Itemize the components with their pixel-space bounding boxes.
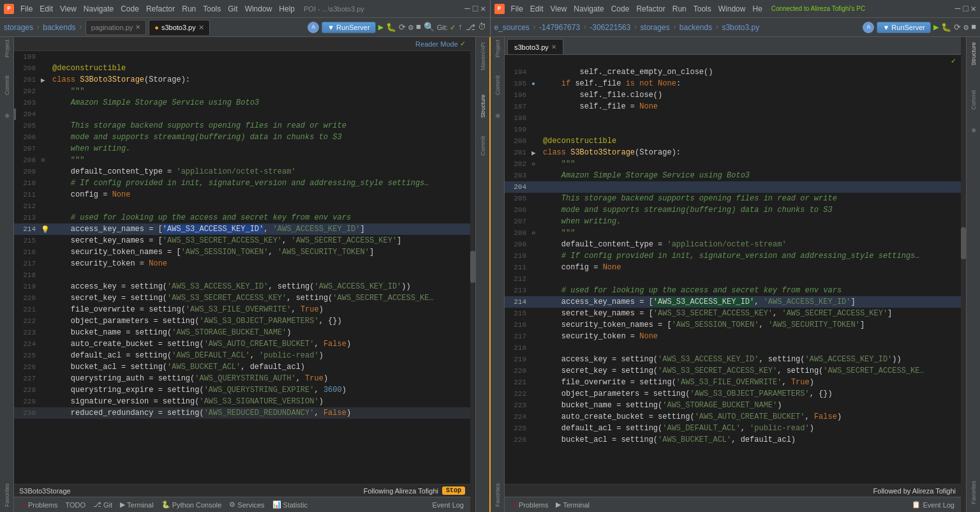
- debug-icon-left[interactable]: 🐛: [386, 22, 396, 33]
- breadcrumb-esources[interactable]: e_sources: [494, 23, 530, 32]
- code-line-229: 229 signature_version = setting('AWS_S3_…: [14, 396, 470, 407]
- tab-pagination[interactable]: pagination.py ✕: [85, 20, 146, 35]
- menu-edit-left[interactable]: Edit: [36, 3, 56, 15]
- right-line-208: 208 ○ """: [505, 227, 961, 239]
- status-todo-left[interactable]: TODO: [61, 501, 89, 509]
- right-line-199: 199: [505, 124, 961, 135]
- commit-icon[interactable]: Commit: [4, 75, 10, 95]
- right-status-indicator: ✓: [505, 55, 961, 66]
- s3boto3-right-tab-close[interactable]: ✕: [551, 43, 556, 50]
- stop-icon-right[interactable]: ■: [971, 22, 976, 32]
- menu-code-left[interactable]: Code: [117, 3, 142, 15]
- status-python-console[interactable]: 🐍 Python Console: [158, 501, 226, 509]
- close-btn-right[interactable]: ✕: [971, 3, 976, 14]
- maven-api-panel[interactable]: Maven/API: [479, 40, 487, 73]
- status-event-log-left[interactable]: Event Log: [428, 501, 468, 509]
- code-line-199: 199: [14, 51, 470, 63]
- menu-view-left[interactable]: View: [57, 3, 80, 15]
- menu-file-right[interactable]: File: [508, 3, 526, 15]
- menu-file-left[interactable]: File: [17, 3, 36, 15]
- menu-run-left[interactable]: Run: [179, 3, 199, 15]
- favorites-icon-left[interactable]: Favorites: [4, 483, 10, 507]
- stop-icon-left[interactable]: ■: [416, 22, 421, 32]
- status-terminal-left[interactable]: ▶ Terminal: [116, 501, 158, 509]
- project-icon-right[interactable]: Project: [494, 40, 501, 57]
- status-problems-right[interactable]: ⚠ Problems: [507, 501, 552, 509]
- menu-window-left[interactable]: Window: [242, 3, 276, 15]
- menu-code-right[interactable]: Code: [608, 3, 633, 15]
- breadcrumb-storages-right[interactable]: storages: [641, 23, 670, 32]
- stop-follow-btn[interactable]: Stop: [442, 486, 465, 495]
- favorites-icon-right[interactable]: Favorites: [494, 483, 501, 507]
- code-line-207: 207 when writing.: [14, 143, 470, 154]
- status-statistic-left[interactable]: 📊 Statistic: [269, 501, 312, 509]
- reader-mode-btn[interactable]: Reader Mode: [415, 40, 458, 48]
- commit-panel-right[interactable]: Commit: [969, 87, 978, 112]
- favorites-right[interactable]: Favorites: [969, 478, 978, 507]
- menu-help-left[interactable]: Help: [276, 3, 298, 15]
- tab-s3boto3-left[interactable]: ● s3boto3.py ✕: [149, 20, 209, 35]
- menu-refactor-left[interactable]: Refactor: [143, 3, 178, 15]
- breadcrumb-num1[interactable]: -147967673: [539, 23, 580, 32]
- breadcrumb-sep6: ›: [672, 23, 677, 32]
- pagination-tab-close[interactable]: ✕: [135, 24, 140, 31]
- menu-refactor-right[interactable]: Refactor: [633, 3, 668, 15]
- right-line-214: 214 access_key_names = ['AWS_S3_ACCESS_K…: [505, 296, 961, 308]
- search-icon-left[interactable]: 🔍: [424, 22, 434, 33]
- right-line-218: 218: [505, 342, 961, 354]
- run-server-btn-right[interactable]: ▼ RunServer: [877, 22, 931, 33]
- right-code-area[interactable]: 194 self._create_empty_on_close() 195 ● …: [505, 66, 961, 484]
- status-terminal-right[interactable]: ▶ Terminal: [552, 501, 593, 509]
- breadcrumb-file-right[interactable]: s3boto3.py: [722, 23, 759, 32]
- s3boto3-tab-icon: ●: [154, 24, 159, 31]
- menu-edit-right[interactable]: Edit: [527, 3, 547, 15]
- vcs-icon-right[interactable]: ⊕: [494, 113, 501, 118]
- vcs-icon[interactable]: ⊕: [4, 113, 10, 118]
- right-line-223: 223 bucket_name = setting('AWS_STORAGE_B…: [505, 400, 961, 411]
- close-btn-left[interactable]: ✕: [480, 3, 486, 14]
- max-btn-right[interactable]: □: [963, 4, 968, 14]
- minimap-right: [961, 37, 966, 512]
- status-event-log-right[interactable]: 📋 Event Log: [908, 501, 958, 509]
- menu-run-right[interactable]: Run: [669, 3, 690, 15]
- git-check[interactable]: ✓: [450, 22, 456, 33]
- reload-icon-right[interactable]: ⟳: [954, 22, 961, 33]
- breadcrumb-backends[interactable]: backends: [43, 23, 75, 32]
- menu-tools-right[interactable]: Tools: [690, 3, 715, 15]
- menu-tools-left[interactable]: Tools: [200, 3, 224, 15]
- menu-navigate-right[interactable]: Navigate: [570, 3, 607, 15]
- more-icon-left[interactable]: ⚙: [408, 22, 413, 33]
- git-up[interactable]: ↑: [458, 22, 463, 32]
- right-line-207: 207 when writing.: [505, 216, 961, 227]
- commit-panel-left[interactable]: Commit: [479, 133, 487, 158]
- max-btn-left[interactable]: □: [473, 4, 478, 14]
- left-code-area[interactable]: 199 200 @deconstructible 201 ▶ clas: [14, 51, 470, 484]
- debug-icon-right[interactable]: 🐛: [941, 22, 951, 33]
- structure-panel-right[interactable]: Structure: [969, 40, 978, 68]
- menu-view-right[interactable]: View: [547, 3, 570, 15]
- commit-icon-right[interactable]: Commit: [494, 75, 501, 95]
- menu-window-right[interactable]: Window: [715, 3, 749, 15]
- menu-navigate-left[interactable]: Navigate: [80, 3, 117, 15]
- reload-icon-left[interactable]: ⟳: [399, 22, 406, 33]
- tab-s3boto3-right[interactable]: s3boto3.py ✕: [507, 39, 563, 54]
- status-git-left[interactable]: ⎇ Git: [89, 501, 116, 509]
- more-icon-right[interactable]: ⚙: [963, 22, 969, 33]
- status-problems-left[interactable]: ⚠ Problems: [17, 501, 61, 509]
- git-branch[interactable]: ⎇: [466, 22, 475, 33]
- breadcrumb-backends-right[interactable]: backends: [679, 23, 712, 32]
- min-btn-left[interactable]: ─: [464, 4, 470, 14]
- breadcrumb-num2[interactable]: -306221563: [590, 23, 630, 32]
- status-services-left[interactable]: ⚙ Services: [225, 501, 268, 509]
- project-icon[interactable]: Project: [4, 40, 10, 57]
- structure-panel-left[interactable]: Structure: [479, 92, 487, 121]
- min-btn-right[interactable]: ─: [955, 4, 960, 14]
- typeinfo-panel-right[interactable]: ⊕: [969, 125, 978, 135]
- git-history[interactable]: ⏱: [478, 22, 486, 32]
- menu-he-right[interactable]: He: [749, 3, 765, 15]
- breadcrumb-storages[interactable]: storages: [4, 23, 33, 32]
- run-icon-left[interactable]: ▶: [378, 22, 383, 33]
- menu-git-left[interactable]: Git: [225, 3, 241, 15]
- run-server-btn-left[interactable]: ▼ RunServer: [322, 22, 376, 33]
- run-icon-right[interactable]: ▶: [933, 22, 939, 33]
